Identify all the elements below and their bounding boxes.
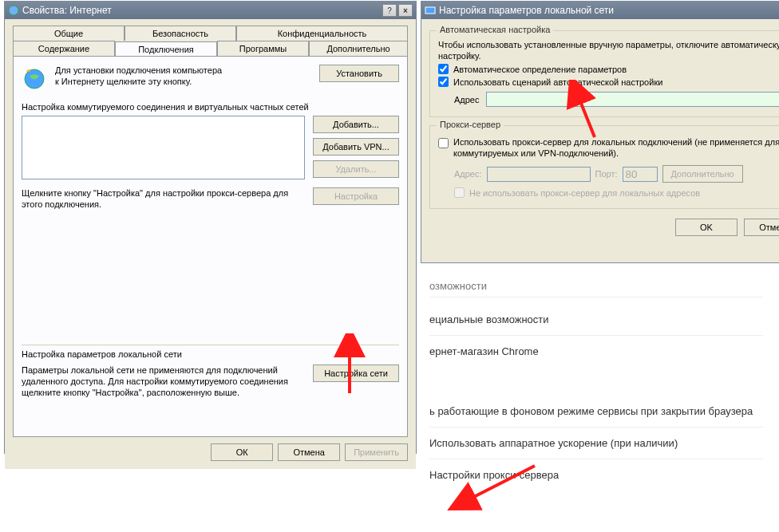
group-title: Автоматическая настройка bbox=[437, 25, 553, 34]
automatic-config-group: Автоматическая настройка Чтобы использов… bbox=[429, 30, 779, 117]
use-script-input[interactable] bbox=[438, 77, 449, 87]
script-address-input[interactable] bbox=[486, 92, 780, 107]
cancel-button[interactable]: Отмена bbox=[278, 443, 340, 461]
proxy-hint: Щелкните кнопку "Настройка" для настройк… bbox=[22, 187, 313, 210]
chrome-item-proxy-settings[interactable]: Настройки прокси-сервера bbox=[429, 459, 763, 491]
close-button[interactable]: × bbox=[398, 4, 413, 17]
ok-button[interactable]: OK bbox=[675, 219, 737, 236]
group-title: Прокси-сервер bbox=[437, 120, 504, 129]
tab-connections[interactable]: Подключения bbox=[115, 41, 217, 57]
internet-properties-window: Свойства: Интернет ? × Общие Безопасност… bbox=[4, 1, 417, 454]
setup-button[interactable]: Установить bbox=[319, 65, 399, 82]
advanced-button: Дополнительно bbox=[662, 165, 743, 183]
autodetect-input[interactable] bbox=[438, 64, 449, 74]
titlebar[interactable]: Свойства: Интернет ? × bbox=[5, 2, 416, 19]
address-label: Адрес bbox=[454, 95, 480, 104]
connections-tab-pane: Для установки подключения компьютера к И… bbox=[13, 56, 408, 437]
svg-point-0 bbox=[9, 6, 18, 15]
settings-button: Настройка bbox=[313, 187, 399, 205]
use-proxy-input[interactable] bbox=[438, 138, 449, 148]
auto-hint: Чтобы использовать установленные вручную… bbox=[438, 39, 779, 61]
remove-button: Удалить... bbox=[313, 160, 399, 178]
chrome-section-head: озможности bbox=[429, 275, 763, 298]
lan-text: Параметры локальной сети не применяются … bbox=[22, 365, 313, 398]
tab-general[interactable]: Общие bbox=[13, 26, 125, 41]
bypass-local-checkbox: Не использовать прокси-сервер для локаль… bbox=[454, 187, 779, 198]
add-vpn-button[interactable]: Добавить VPN... bbox=[313, 138, 399, 156]
lan-settings-icon bbox=[425, 5, 436, 16]
proxy-server-group: Прокси-сервер Использовать прокси-сервер… bbox=[429, 125, 779, 209]
titlebar[interactable]: Настройка параметров локальной сети × bbox=[421, 2, 779, 19]
svg-rect-2 bbox=[425, 7, 435, 14]
apply-button: Применить bbox=[345, 443, 408, 461]
dialup-header: Настройка коммутируемого соединения и ви… bbox=[22, 101, 399, 112]
use-script-label: Использовать сценарий автоматической нас… bbox=[453, 77, 662, 87]
chrome-settings-background: озможности ециальные возможности ернет-м… bbox=[415, 267, 779, 491]
use-proxy-checkbox[interactable]: Использовать прокси-сервер для локальных… bbox=[438, 136, 779, 159]
proxy-port-label: Порт: bbox=[595, 169, 618, 179]
window-title: Настройка параметров локальной сети bbox=[439, 5, 614, 16]
window-title: Свойства: Интернет bbox=[22, 5, 112, 16]
bypass-local-label: Не использовать прокси-сервер для локаль… bbox=[469, 188, 700, 198]
internet-properties-icon bbox=[8, 5, 19, 16]
chrome-item-background-apps[interactable]: ь работающие в фоновом режиме сервисы пр… bbox=[429, 396, 763, 428]
lan-settings-button[interactable]: Настройка сети bbox=[313, 365, 399, 382]
proxy-address-label: Адрес: bbox=[454, 169, 482, 179]
use-proxy-label: Использовать прокси-сервер для локальных… bbox=[453, 136, 779, 159]
globe-icon bbox=[22, 65, 47, 90]
ok-button[interactable]: ОК bbox=[211, 443, 273, 461]
lan-header: Настройка параметров локальной сети bbox=[22, 349, 399, 360]
use-script-checkbox[interactable]: Использовать сценарий автоматической нас… bbox=[438, 77, 779, 87]
cancel-button[interactable]: Отмена bbox=[744, 219, 779, 236]
chrome-item-store[interactable]: ернет-магазин Chrome bbox=[429, 336, 763, 367]
dialup-connections-list[interactable] bbox=[22, 116, 305, 179]
tab-advanced[interactable]: Дополнительно bbox=[309, 41, 408, 56]
proxy-port-input bbox=[623, 167, 658, 182]
tab-security[interactable]: Безопасность bbox=[125, 26, 236, 41]
tab-programs[interactable]: Программы bbox=[217, 41, 309, 56]
chrome-item-accessibility[interactable]: ециальные возможности bbox=[429, 304, 763, 336]
help-button[interactable]: ? bbox=[382, 4, 397, 17]
lan-settings-window: Настройка параметров локальной сети × Ав… bbox=[421, 1, 779, 263]
bypass-local-input bbox=[454, 187, 465, 198]
add-button[interactable]: Добавить... bbox=[313, 116, 399, 133]
tab-content[interactable]: Содержание bbox=[13, 41, 115, 56]
autodetect-label: Автоматическое определение параметров bbox=[453, 65, 627, 74]
tab-privacy[interactable]: Конфиденциальность bbox=[236, 26, 408, 41]
chrome-item-hardware-accel[interactable]: Использовать аппаратное ускорение (при н… bbox=[429, 428, 763, 459]
autodetect-checkbox[interactable]: Автоматическое определение параметров bbox=[438, 64, 779, 74]
setup-text: Для установки подключения компьютера к И… bbox=[55, 65, 319, 87]
proxy-address-input bbox=[487, 167, 591, 182]
